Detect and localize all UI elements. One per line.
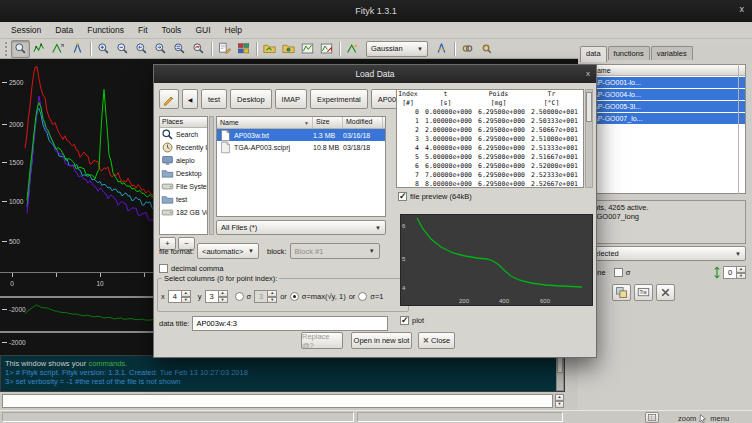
preview-table[interactable]: IndextPoidsTr [#][s][mg][°C] 00.00000e+0…: [396, 89, 584, 188]
place-test[interactable]: test: [160, 193, 207, 206]
point-size-stepper[interactable]: 0 ▲▼: [723, 266, 746, 279]
menu-fit[interactable]: Fit: [131, 23, 154, 37]
tab-data[interactable]: data: [580, 46, 607, 62]
menu-gui[interactable]: GUI: [188, 23, 217, 37]
tab-variables[interactable]: variables: [651, 46, 693, 60]
sigma-one-radio[interactable]: [358, 292, 367, 301]
menu-help[interactable]: Help: [218, 23, 249, 37]
preview-table-scrollbar[interactable]: [585, 89, 593, 188]
path-button-test[interactable]: test: [201, 89, 227, 109]
zoom-in-button[interactable]: [94, 40, 113, 58]
decimal-comma-checkbox[interactable]: [159, 264, 168, 273]
auto-add-peak-button[interactable]: [343, 40, 362, 58]
stepper-down-icon[interactable]: ▼: [737, 273, 746, 280]
peak-type-dropdown[interactable]: Gaussian▼: [366, 41, 428, 57]
transform-data-button[interactable]: Tra: [634, 284, 653, 301]
type-location-button[interactable]: [159, 89, 179, 109]
tab-functions[interactable]: functions: [608, 46, 650, 60]
close-button[interactable]: ✕ Close: [418, 332, 455, 349]
gui-settings-button[interactable]: [234, 40, 253, 58]
path-back-button[interactable]: ◀: [182, 89, 198, 109]
fit-options-button[interactable]: [477, 40, 496, 58]
place-desktop[interactable]: Desktop: [160, 167, 207, 180]
zoom-prev-y-button[interactable]: [151, 40, 170, 58]
place-182-gb-vol-[interactable]: 182 GB Vol...: [160, 206, 207, 219]
place-search[interactable]: Search: [160, 128, 207, 141]
file-list-header[interactable]: Name▼ Size Modified: [217, 117, 385, 129]
command-console[interactable]: This window shows your commands.1> # Fit…: [0, 355, 565, 392]
dialog-close-button[interactable]: x: [586, 69, 590, 78]
delete-data-button[interactable]: [656, 284, 675, 301]
fit-options-icon: [480, 42, 493, 55]
data-view-dropdown[interactable]: y selected▼: [580, 246, 746, 261]
statusbar-coords-button[interactable]: [645, 412, 659, 423]
place-aleplo[interactable]: aleplo: [160, 154, 207, 167]
file-filter-dropdown[interactable]: All Files (*)▼: [216, 220, 386, 235]
zoom-previous-button[interactable]: [189, 40, 208, 58]
zoom-out-button[interactable]: [113, 40, 132, 58]
path-button-experimental[interactable]: Experimental: [310, 89, 368, 109]
dataset-row[interactable]: AP-GO007_lo...: [581, 113, 745, 124]
file-preview-checkbox[interactable]: [398, 192, 407, 201]
path-button-imap[interactable]: IMAP: [275, 89, 307, 109]
file-row[interactable]: AP003w.txt1.3 MB03/16/18: [217, 129, 385, 141]
history-down-icon[interactable]: ▼: [555, 401, 564, 408]
history-up-icon[interactable]: ▲: [555, 394, 564, 401]
dataset-list-header[interactable]: # Name: [581, 65, 745, 76]
data-range-mode-button[interactable]: [30, 40, 49, 58]
sigma-max-radio[interactable]: [290, 292, 299, 301]
column-modified[interactable]: Modified: [343, 117, 383, 128]
column-name[interactable]: Name▼: [217, 117, 313, 128]
command-input[interactable]: [2, 394, 553, 408]
preview-plot[interactable]: 654200400600: [400, 214, 593, 306]
fit-method-button[interactable]: [432, 40, 451, 58]
zoom-mode-button[interactable]: [11, 40, 30, 58]
preview-col-unit: [°C]: [525, 99, 578, 108]
dataset-row[interactable]: AP-GO001-lo...: [581, 77, 745, 88]
dialog-titlebar[interactable]: Load Data x: [154, 65, 596, 83]
fityk-window: Fityk 1.3.1 x SessionDataFunctionsFitToo…: [0, 0, 752, 423]
x-column-stepper[interactable]: 4▲▼: [168, 290, 191, 303]
places-scrollbar[interactable]: [209, 116, 214, 235]
file-format-dropdown[interactable]: <automatic>▼: [197, 243, 259, 259]
places-panel[interactable]: Places SearchRecently U...aleploDesktopF…: [159, 116, 208, 235]
sigma-column-radio[interactable]: [235, 292, 244, 301]
fit-run-button[interactable]: [458, 40, 477, 58]
copy-data-button[interactable]: [612, 284, 631, 301]
dataset-row[interactable]: AP-GO005-3l...: [581, 101, 745, 112]
file-list[interactable]: Name▼ Size Modified AP003w.txt1.3 MB03/1…: [216, 116, 386, 217]
sigma-checkbox[interactable]: [614, 268, 623, 277]
block-dropdown: Block #1▼: [290, 243, 380, 259]
zoom-prev-x-button[interactable]: [132, 40, 151, 58]
dataset-list[interactable]: # Name AP-GO001-lo...AP-GO004-lo...AP-GO…: [580, 64, 746, 194]
menu-data[interactable]: Data: [48, 23, 80, 37]
zoom-all-button[interactable]: [170, 40, 189, 58]
window-titlebar[interactable]: Fityk 1.3.1 x: [0, 0, 752, 22]
data-viewer-button[interactable]: [298, 40, 317, 58]
execute-script-button[interactable]: [279, 40, 298, 58]
script-editor-button[interactable]: [215, 40, 234, 58]
save-image-button[interactable]: [317, 40, 336, 58]
replace-button[interactable]: Replace @?: [301, 332, 343, 349]
add-function-mode-button[interactable]: [68, 40, 87, 58]
console-scrollbar[interactable]: [556, 356, 564, 391]
toolbar-separator: [339, 42, 340, 56]
plot-checkbox[interactable]: [400, 316, 409, 325]
y-column-stepper[interactable]: 3▲▼: [205, 290, 228, 303]
path-button-desktop[interactable]: Desktop: [230, 89, 272, 109]
window-close-button[interactable]: x: [740, 4, 745, 14]
file-row[interactable]: TGA-AP003.sciprj10.8 MB03/18/18: [217, 141, 385, 153]
data-title-input[interactable]: [192, 316, 388, 331]
menu-tools[interactable]: Tools: [155, 23, 189, 37]
add-peak-mode-button[interactable]: [49, 40, 68, 58]
place-recently-u-[interactable]: Recently U...: [160, 141, 207, 154]
place-file-system[interactable]: File System: [160, 180, 207, 193]
menu-functions[interactable]: Functions: [80, 23, 131, 37]
column-size[interactable]: Size: [313, 117, 343, 128]
chevron-down-icon: ▼: [735, 251, 741, 257]
open-in-new-slot-button[interactable]: Open in new slot: [351, 332, 412, 349]
menu-session[interactable]: Session: [4, 23, 48, 37]
command-history-spinner[interactable]: ▲▼: [555, 394, 564, 408]
dataset-row[interactable]: AP-GO004-lo...: [581, 89, 745, 100]
load-data-button[interactable]: [260, 40, 279, 58]
